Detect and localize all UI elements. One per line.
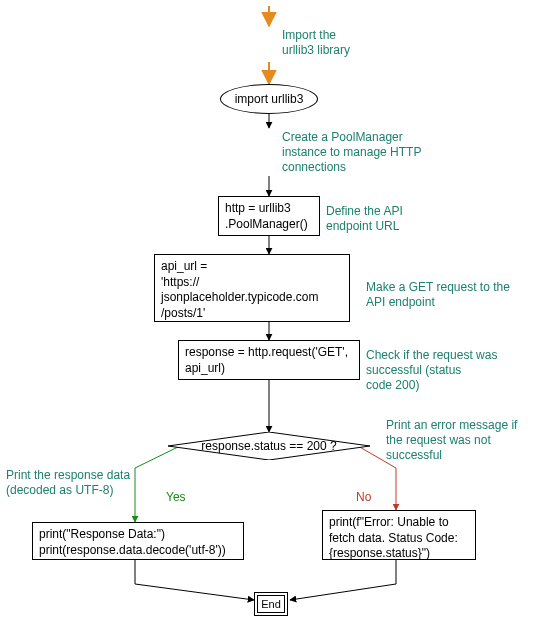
node-import: import urllib3 — [220, 84, 318, 114]
annotation-line: Import the — [282, 28, 336, 42]
annotation-line: connections — [282, 160, 346, 174]
annotation-line: API endpoint — [366, 295, 435, 309]
annotation-line: Make a GET request to the — [366, 280, 510, 294]
annotation-line: the request was not — [386, 433, 491, 447]
node-line: print(response.data.decode('utf-8')) — [39, 543, 226, 557]
node-api-url: api_url = 'https:// jsonplaceholder.typi… — [154, 254, 350, 322]
node-poolmanager: http = urllib3 .PoolManager() — [218, 196, 320, 236]
node-line: fetch data. Status Code: — [329, 531, 458, 545]
node-end: End — [254, 592, 288, 616]
node-label: End — [261, 598, 281, 610]
node-print-err: print(f"Error: Unable to fetch data. Sta… — [322, 510, 476, 560]
node-line: http = urllib3 — [225, 201, 291, 215]
node-line: print(f"Error: Unable to — [329, 515, 449, 529]
annotation-request: Make a GET request to the API endpoint — [366, 280, 534, 310]
annotation-poolmanager: Create a PoolManager instance to manage … — [282, 130, 452, 175]
annotation-line: Check if the request was — [366, 348, 497, 362]
edge-label-yes: Yes — [166, 490, 186, 504]
annotation-line: successful (status — [366, 363, 461, 377]
annotation-line: instance to manage HTTP — [282, 145, 421, 159]
annotation-line: Define the API — [326, 204, 403, 218]
node-request: response = http.request('GET', api_url) — [178, 340, 360, 380]
annotation-print-err: Print an error message if the request wa… — [386, 418, 534, 463]
node-print-ok: print("Response Data:") print(response.d… — [32, 522, 244, 560]
node-line: response = http.request('GET', — [185, 345, 348, 359]
annotation-print-ok: Print the response data (decoded as UTF-… — [6, 468, 166, 498]
annotation-line: (decoded as UTF-8) — [6, 483, 113, 497]
node-line: /posts/1' — [161, 306, 205, 320]
annotation-line: urllib3 library — [282, 43, 350, 57]
node-line: {response.status}") — [329, 546, 430, 560]
annotation-line: code 200) — [366, 378, 419, 392]
annotation-line: Print the response data — [6, 468, 130, 482]
node-decision: response.status == 200 ? — [168, 432, 370, 460]
node-line: api_url = — [161, 259, 207, 273]
node-line: jsonplaceholder.typicode.com — [161, 290, 318, 304]
node-line: 'https:// — [161, 275, 199, 289]
node-line: print("Response Data:") — [39, 527, 165, 541]
annotation-line: endpoint URL — [326, 219, 399, 233]
annotation-line: successful — [386, 448, 442, 462]
annotation-api-url: Define the API endpoint URL — [326, 204, 446, 234]
annotation-line: Create a PoolManager — [282, 130, 403, 144]
edge-label-no: No — [356, 490, 371, 504]
annotation-line: Print an error message if — [386, 418, 517, 432]
annotation-import: Import the urllib3 library — [282, 28, 392, 58]
annotation-decision: Check if the request was successful (sta… — [366, 348, 534, 393]
node-line: .PoolManager() — [225, 217, 308, 231]
node-label: response.status == 200 ? — [201, 439, 336, 453]
node-label: import urllib3 — [235, 92, 304, 106]
node-line: api_url) — [185, 361, 225, 375]
